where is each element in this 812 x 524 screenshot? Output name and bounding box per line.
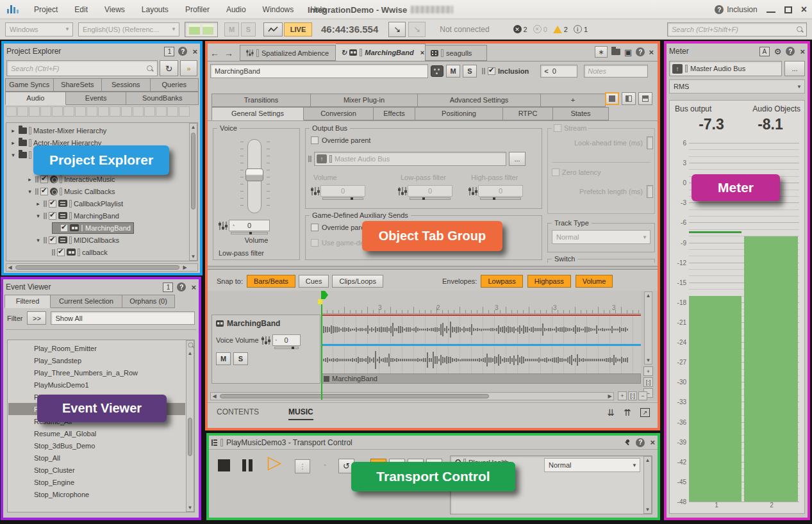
pe-toolbar-icon[interactable]	[144, 106, 155, 117]
expand-panel-icon[interactable]: »	[180, 60, 197, 76]
pe-tab-soundbanks[interactable]: SoundBanks	[126, 92, 199, 105]
envelope-line-red[interactable]	[321, 315, 641, 316]
close-icon[interactable]: ×	[650, 438, 655, 447]
output-bus-field[interactable]: ↑ Master Audio Bus	[314, 152, 506, 166]
otg-tab-advanced-settings[interactable]: Advanced Settings	[418, 94, 541, 107]
error-count-badge[interactable]: ✕2	[513, 25, 527, 33]
close-icon[interactable]: ×	[800, 47, 805, 56]
meter-bus-field[interactable]: ↑ Master Audio Bus	[669, 61, 782, 76]
event-stop-all[interactable]: Stop_All	[8, 452, 185, 464]
scroll-up-icon[interactable]: ▲	[645, 292, 652, 299]
snap-bars-beats[interactable]: Bars/Beats	[247, 275, 295, 288]
envelope-line-blue[interactable]	[321, 344, 641, 346]
timeline-ruler[interactable]: 32333	[321, 291, 641, 314]
tree-item-marchingband[interactable]: ▾MarchingBand	[7, 209, 188, 222]
play-icon[interactable]: ▷	[268, 452, 282, 473]
expander-icon[interactable]: ▸	[10, 140, 17, 146]
object-solo-button[interactable]: S	[463, 65, 477, 78]
expander-icon[interactable]: ▸	[26, 176, 33, 183]
include-checkbox[interactable]	[57, 249, 65, 256]
otg-tab-general-settings[interactable]: General Settings	[211, 107, 304, 120]
bus-hpf-field[interactable]: 0	[478, 185, 523, 197]
track-mute-button[interactable]: M	[216, 352, 231, 365]
tree-item-callbackplaylist[interactable]: ▸CallbackPlaylist	[7, 197, 188, 209]
references-indicator[interactable]: <0	[540, 65, 577, 78]
master-mute-button[interactable]: M	[224, 22, 239, 37]
override-parent-checkbox[interactable]	[311, 136, 319, 144]
maximize-icon[interactable]	[784, 6, 792, 13]
include-checkbox[interactable]	[49, 200, 56, 208]
auto-bus-badge[interactable]: A	[759, 47, 770, 56]
track-solo-button[interactable]: S	[233, 352, 248, 365]
pe-toolbar-icon[interactable]	[63, 106, 74, 117]
stream-checkbox[interactable]	[554, 124, 561, 132]
meter-mode-select[interactable]: RMS▼	[669, 79, 805, 94]
pe-toolbar-icon[interactable]	[179, 106, 190, 117]
zoom-in-horizontal-icon[interactable]: +	[618, 391, 627, 400]
scroll-right-icon[interactable]: ▶	[606, 393, 613, 400]
help-icon[interactable]: ?	[177, 282, 186, 291]
warning-count-badge[interactable]: 2	[553, 26, 568, 33]
pe-toolbar-icon[interactable]	[98, 106, 109, 117]
nav-back-icon[interactable]: ←	[208, 48, 222, 61]
pe-toolbar-icon[interactable]	[110, 106, 120, 117]
global-search-input[interactable]	[668, 26, 796, 33]
event-resume-all-global[interactable]: Resume_All_Global	[8, 427, 185, 439]
bottom-tab-music[interactable]: MUSIC	[288, 407, 313, 420]
snap-cues[interactable]: Cues	[299, 275, 329, 288]
notes-field[interactable]	[584, 65, 648, 78]
layout-number-badge[interactable]: 1	[164, 47, 174, 56]
save-icon[interactable]: ▣	[624, 47, 632, 57]
envelope-volume[interactable]: Volume	[576, 275, 613, 288]
layout-split-vertical-icon[interactable]	[622, 92, 636, 105]
use-game-defined-checkbox[interactable]	[311, 239, 319, 247]
nav-forward-icon[interactable]: →	[222, 48, 236, 61]
filter-value-field[interactable]: Show All	[51, 311, 195, 325]
clip-bar[interactable]: MarchingBand	[321, 373, 641, 384]
pe-toolbar-icon[interactable]	[133, 106, 144, 117]
menu-layouts[interactable]: Layouts	[133, 5, 177, 14]
pe-toolbar-icon[interactable]	[6, 106, 17, 117]
scroll-up-icon[interactable]: ▲	[190, 124, 197, 131]
zoom-out-horizontal-icon[interactable]: −	[638, 391, 647, 400]
otg-tab-states[interactable]: States	[553, 107, 609, 120]
gear-icon[interactable]: ⚙	[774, 47, 782, 56]
live-button[interactable]: LIVE	[284, 22, 312, 37]
event-play-three-numbers-in-a-row[interactable]: Play_Three_Numbers_in_a_Row	[8, 366, 185, 379]
pe-toolbar-icon[interactable]	[156, 106, 167, 117]
pe-toolbar-icon[interactable]	[87, 106, 97, 117]
menu-audio[interactable]: Audio	[218, 5, 254, 14]
close-icon[interactable]: ×	[649, 47, 654, 57]
event-play-room-emitter[interactable]: Play_Room_Emitter	[8, 342, 185, 354]
info-count-badge[interactable]: i1	[574, 25, 588, 33]
include-checkbox[interactable]	[49, 212, 56, 220]
pop-out-icon[interactable]: ↗	[640, 408, 650, 417]
color-palette-icon[interactable]	[431, 65, 443, 77]
dock-top-icon[interactable]: ⇈	[624, 407, 631, 418]
include-checkbox[interactable]	[40, 188, 48, 195]
ev-tab-orphans-0[interactable]: Orphans (0)	[122, 295, 175, 308]
include-checkbox[interactable]	[60, 224, 68, 232]
editor-vertical-scrollbar[interactable]: ▲ ▼	[644, 291, 652, 364]
track-type-select[interactable]: Normal▼	[552, 230, 650, 244]
doc-tab-spatialized-ambience[interactable]: Spatialized Ambience	[240, 45, 336, 61]
expander-icon[interactable]: ▾	[26, 188, 33, 195]
otg-tab-rtpc[interactable]: RTPC	[503, 107, 553, 120]
scroll-down-icon[interactable]: ▼	[645, 357, 652, 364]
event-stop-engine[interactable]: Stop_Engine	[8, 476, 185, 488]
inclusion-checkbox[interactable]	[488, 67, 495, 75]
include-checkbox[interactable]	[49, 236, 56, 244]
menu-edit[interactable]: Edit	[66, 5, 96, 14]
layout-single-icon[interactable]	[605, 92, 619, 105]
dock-bottom-icon[interactable]: ⇊	[608, 407, 615, 418]
ev-tab-filtered[interactable]: Filtered	[4, 295, 51, 308]
pe-tree-vertical-scrollbar[interactable]: ▲ ▼	[189, 123, 197, 261]
zoom-in-vertical-icon[interactable]: +	[643, 366, 653, 376]
object-name-input[interactable]	[211, 67, 427, 75]
tree-item-midicallbacks[interactable]: ▾MIDICallbacks	[7, 234, 188, 246]
otg-tab-[interactable]: +	[541, 94, 606, 107]
aux-override-checkbox[interactable]	[311, 224, 319, 231]
scroll-left-icon[interactable]: ◀	[211, 393, 218, 400]
menu-views[interactable]: Views	[96, 5, 133, 14]
remote-sync-icon[interactable]: ↘	[408, 22, 426, 37]
